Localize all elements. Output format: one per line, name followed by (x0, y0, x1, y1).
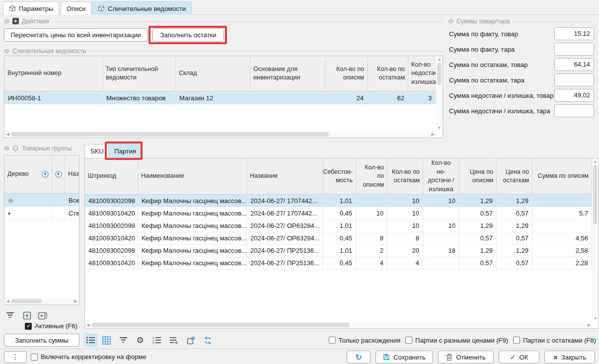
cell-price-sheets[interactable]: 1,29 (459, 195, 497, 207)
column-header[interactable]: Кол-во не-достачи / излишка (423, 158, 459, 194)
cell-barcode[interactable]: 4810093010420 (85, 207, 138, 219)
cell-qty-sheets[interactable]: 10 (356, 207, 387, 219)
cell-qty-shortage[interactable]: 18 (423, 244, 459, 257)
batch-horizontal-scrollbar[interactable]: ◀ ▶ (85, 322, 592, 328)
cell-qty-remainders[interactable]: 8 (387, 232, 423, 244)
sum-fact-tare-field[interactable] (554, 43, 594, 56)
scroll-right-icon[interactable]: ▶ (586, 322, 592, 328)
cell-qty-sheets[interactable]: 4 (356, 257, 387, 269)
collapse-icon[interactable]: ⊖ (4, 145, 9, 151)
cell-price-remainders[interactable]: 1,29 (497, 219, 532, 232)
recalc-prices-button[interactable]: Пересчитать цены по всей инвентаризации (4, 28, 148, 42)
sum-shortage-goods-field[interactable]: 49,02 (554, 89, 594, 102)
cell-barcode[interactable]: 4810093010420 (85, 257, 138, 269)
scroll-right-icon[interactable]: ▶ (430, 131, 436, 138)
cell-internal-number[interactable]: ИН00058-1 (4, 91, 103, 104)
grid-view-button[interactable] (99, 333, 113, 347)
cell-price-sheets[interactable]: 0,57 (459, 232, 497, 244)
cell-qty-remainders[interactable]: 4 (387, 257, 423, 269)
add-lines-button[interactable] (167, 333, 181, 347)
sum-remainders-tare-field[interactable] (554, 73, 594, 86)
collapse-icon[interactable]: ⊖ (4, 48, 9, 54)
cell-qty-remainders[interactable]: 10 (387, 207, 423, 219)
statement-row[interactable]: ИН00058-1 Множество товаров Магазин 12 2… (4, 91, 443, 104)
batch-vertical-scrollbar[interactable]: ▲ ▼ (592, 158, 599, 322)
cell-price-sheets[interactable]: 1,29 (459, 219, 497, 232)
cell-barcode[interactable]: 4810093010420 (85, 232, 138, 244)
tree-row-glass[interactable]: • Стекло (4, 207, 79, 220)
cell-barcode[interactable]: 4810093002098 (85, 195, 138, 207)
cell-name[interactable]: Кефир Малочны гасцінец массов... (138, 232, 247, 244)
scroll-left-icon[interactable]: ◀ (4, 131, 11, 138)
tree-row-all[interactable]: ⊕ Все (4, 194, 79, 207)
column-header[interactable]: Кол-во по остаткам (387, 158, 423, 194)
cell-batch-name[interactable]: 2024-06-27/ 1707442... (247, 195, 323, 207)
save-button[interactable]: Сохранить (375, 351, 433, 364)
cell-name[interactable]: Кефир Малочны гасцінец массов... (138, 219, 247, 232)
cancel-button[interactable]: Отменить (438, 351, 494, 364)
sum-remainders-goods-field[interactable]: 64,14 (554, 58, 594, 71)
cell-price-remainders[interactable]: 0,57 (497, 232, 532, 244)
cell-sum-sheets[interactable] (532, 195, 592, 207)
cell-price-remainders[interactable]: 1,29 (497, 244, 532, 257)
column-header[interactable]: Название (247, 158, 323, 194)
column-header[interactable]: Тип сличительной ведомости (103, 56, 176, 91)
cell-warehouse[interactable]: Магазин 12 (176, 91, 250, 104)
cell-price-remainders[interactable]: 1,29 (497, 195, 532, 207)
adjustment-checkbox[interactable] (31, 354, 38, 361)
cell-barcode[interactable]: 4810093002098 (85, 244, 138, 257)
column-header[interactable]: Дерево ▼ (4, 155, 52, 193)
tab-sku[interactable]: SKU (84, 144, 110, 158)
column-header[interactable]: Кол-во по описям (356, 158, 387, 194)
column-header[interactable]: Название (65, 155, 79, 193)
column-header[interactable]: Наименование (138, 158, 247, 194)
column-header[interactable]: Кол-во по описям (326, 56, 368, 91)
filter-button[interactable] (116, 333, 130, 347)
cell-price-sheets[interactable]: 0,57 (459, 207, 497, 219)
with-remainders-checkbox[interactable] (513, 337, 520, 344)
collapse-icon[interactable]: ⊖ (448, 18, 453, 24)
cell-name[interactable]: Кефир Малочны гасцінец массов... (138, 244, 247, 257)
cell-batch-name[interactable]: 2024-06-27/ ОР63284... (247, 232, 323, 244)
cell-batch-name[interactable]: 2024-06-27/ ОР63284... (247, 219, 323, 232)
cell-qty-sheets[interactable]: 8 (356, 232, 387, 244)
cell-qty-shortage[interactable] (423, 232, 459, 244)
batch-row[interactable]: 4810093010420 Кефир Малочны гасцінец мас… (85, 207, 592, 220)
scroll-left-icon[interactable]: ◀ (4, 298, 11, 304)
batch-row[interactable]: 4810093002098 Кефир Малочны гасцінец мас… (85, 219, 592, 232)
statement-vertical-scrollbar[interactable]: ▲ ▼ (436, 56, 443, 131)
cell-price-sheets[interactable]: 1,29 (459, 244, 497, 257)
cell-cost[interactable]: 1,01 (323, 195, 356, 207)
cell-qty-shortage[interactable] (423, 257, 459, 269)
tab-batch[interactable]: Партия (108, 144, 142, 158)
tree-node-label[interactable]: Стекло (65, 207, 79, 219)
tab-inventories[interactable]: Описи (61, 1, 91, 15)
tree-node-label[interactable]: Все (65, 194, 79, 207)
cell-qty-sheets[interactable]: 24 (326, 91, 368, 104)
scroll-up-icon[interactable]: ▲ (592, 158, 599, 165)
cell-qty-sheets[interactable]: 2 (356, 244, 387, 257)
cell-name[interactable]: Кефир Малочны гасцінец массов... (138, 257, 247, 269)
ok-button[interactable]: ✓ ОК (499, 351, 539, 364)
groups-horizontal-scrollbar[interactable]: ◀ ▶ (4, 298, 79, 304)
cell-sum-sheets[interactable]: 2,28 (532, 257, 592, 269)
batch-row[interactable]: 4810093010420 Кефир Малочны гасцінец мас… (85, 257, 592, 270)
tab-parameters[interactable]: Параметры (3, 1, 59, 15)
cell-cost[interactable]: 1,01 (323, 219, 356, 232)
more-menu-button[interactable]: ⋮ (4, 351, 27, 363)
refresh-button[interactable]: ↻ (347, 351, 371, 364)
scroll-up-icon[interactable]: ▲ (436, 56, 443, 63)
filter-chevron-icon[interactable]: ▼ (42, 171, 49, 178)
cell-sum-sheets[interactable]: 4,56 (532, 232, 592, 244)
cell-basis[interactable] (250, 91, 326, 104)
cell-qty-shortage[interactable] (423, 207, 459, 219)
cell-qty-shortage[interactable]: 10 (423, 195, 459, 207)
cell-sum-sheets[interactable]: 5,7 (532, 207, 592, 219)
numbered-list-button[interactable]: 123 (150, 333, 164, 347)
cell-price-remainders[interactable]: 0,57 (497, 257, 532, 269)
sum-shortage-tare-field[interactable] (554, 104, 594, 117)
close-button[interactable]: × Закрыть (544, 351, 595, 364)
cell-batch-name[interactable]: 2024-06-27/ ПР25136... (247, 257, 323, 269)
expand-all-button[interactable] (36, 308, 50, 322)
cell-cost[interactable]: 0,45 (323, 232, 356, 244)
